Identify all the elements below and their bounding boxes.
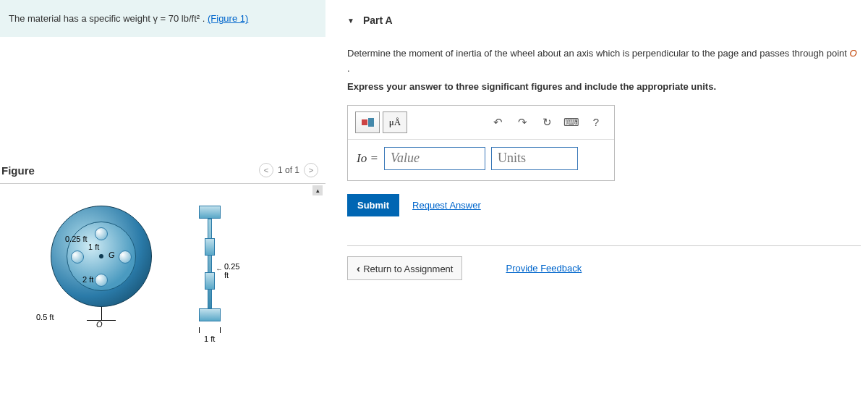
label-bottom-1ft: 1 ft — [204, 334, 215, 343]
problem-statement-banner: The material has a specific weight γ = 7… — [0, 0, 326, 37]
feedback-link[interactable]: Provide Feedback — [506, 263, 582, 274]
answer-box: μÅ ↶ ↷ ↻ ⌨ ? Io = — [347, 105, 615, 181]
figure-prev-button[interactable]: < — [259, 163, 273, 177]
part-label: Part A — [363, 14, 393, 26]
collapse-icon[interactable]: ▼ — [347, 17, 354, 25]
label-05ft: 0.5 ft — [36, 313, 54, 321]
figure-diagram: ▴ G 0.25 ft 1 ft 2 ft 0.5 ft — [0, 184, 326, 350]
symbols-button[interactable]: μÅ — [383, 111, 407, 133]
instruction-end: . — [347, 63, 350, 74]
label-1ft: 1 ft — [88, 243, 99, 251]
problem-text-prefix: The material has a specific weight — [9, 13, 153, 24]
point-o: O — [849, 48, 856, 59]
figure-link[interactable]: (Figure 1) — [208, 13, 248, 24]
problem-text-suffix: . — [203, 13, 208, 24]
figure-next-button[interactable]: > — [304, 163, 318, 177]
redo-button[interactable]: ↷ — [511, 111, 533, 133]
help-button[interactable]: ? — [585, 111, 607, 133]
reset-button[interactable]: ↻ — [536, 111, 558, 133]
return-button[interactable]: Return to Assignment — [347, 256, 462, 280]
label-side-025: 0.25 ft — [224, 262, 239, 279]
problem-gamma: γ = 70 lb/ft² — [153, 13, 200, 24]
instruction-bold: Express your answer to three significant… — [347, 81, 861, 92]
templates-button[interactable] — [355, 111, 380, 133]
label-o: O — [96, 320, 103, 329]
figure-counter: 1 of 1 — [278, 165, 299, 175]
scroll-up-icon[interactable]: ▴ — [312, 185, 323, 195]
request-answer-link[interactable]: Request Answer — [412, 200, 481, 211]
figure-title: Figure — [1, 164, 35, 177]
arrow-icon: ← — [216, 265, 223, 273]
submit-button[interactable]: Submit — [347, 194, 399, 216]
label-2ft: 2 ft — [82, 275, 93, 284]
label-g: G — [109, 250, 115, 259]
units-input[interactable] — [491, 147, 578, 170]
value-input[interactable] — [384, 147, 485, 170]
undo-button[interactable]: ↶ — [487, 111, 509, 133]
io-label: Io = — [357, 151, 378, 166]
keyboard-button[interactable]: ⌨ — [561, 111, 582, 133]
label-025ft: 0.25 ft — [65, 235, 88, 243]
instruction-text: Determine the moment of inertia of the w… — [347, 48, 849, 59]
